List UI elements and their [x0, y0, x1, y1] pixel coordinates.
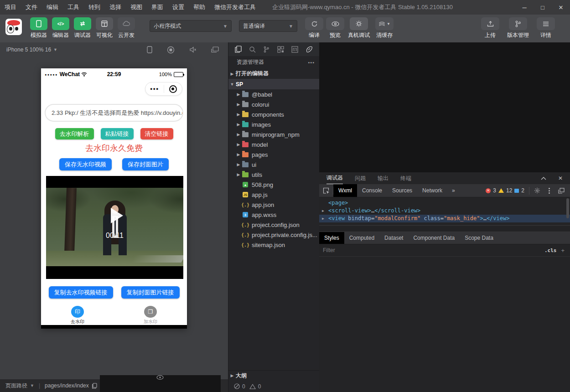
close-icon[interactable]: ✕ — [552, 0, 570, 15]
folder-row[interactable]: ▶ @babel — [228, 89, 319, 99]
file-row[interactable]: {.} project.private.config.js... — [228, 230, 319, 240]
files-icon[interactable] — [235, 46, 242, 53]
tab-component-data[interactable]: Component Data — [408, 232, 460, 244]
settings-gear-icon[interactable] — [534, 187, 540, 194]
tab-terminal[interactable]: 终端 — [400, 172, 411, 184]
inspect-element-icon[interactable] — [319, 187, 333, 194]
error-badge-icon[interactable]: ✕ — [486, 188, 491, 193]
kebab-menu-icon[interactable] — [549, 190, 550, 191]
chevron-down-icon[interactable]: ▼ — [30, 383, 34, 388]
message-badge-icon[interactable] — [514, 189, 519, 193]
outline-section[interactable]: ▶ 大纲 — [228, 370, 319, 381]
more-menu-icon[interactable]: ●●● — [145, 87, 164, 91]
menu-file[interactable]: 文件 — [21, 0, 42, 15]
new-style-rule-button[interactable]: + — [561, 247, 565, 254]
file-row[interactable]: JS app.js — [228, 190, 319, 200]
minimize-icon[interactable]: ─ — [515, 0, 534, 15]
wxml-node-view-selected[interactable]: ▶ <view bindtap="modalConfirm" class="ma… — [319, 215, 570, 222]
menu-tools[interactable]: 工具 — [63, 0, 84, 15]
eye-icon[interactable] — [156, 375, 164, 380]
link-input[interactable]: 2.33 Pkp:/ 生活不是选择而是热爱 https://v.douyin.c — [45, 104, 183, 122]
search-icon[interactable] — [249, 46, 256, 53]
project-root-row[interactable]: ▼ SP — [228, 79, 319, 89]
problems-bar[interactable]: 0 0 — [228, 381, 319, 392]
more-tabs-icon[interactable]: » — [447, 187, 460, 194]
tab-network[interactable]: Network — [417, 184, 447, 197]
simulator-toggle-button[interactable]: 模拟器 — [28, 17, 49, 39]
copy-cover-link-button[interactable]: 复制封面图片链接 — [121, 286, 180, 299]
tab-scope-data[interactable]: Scope Data — [460, 232, 498, 244]
folder-row[interactable]: ▶ pages — [228, 150, 319, 160]
more-icon[interactable]: ··· — [157, 390, 163, 392]
upload-button[interactable]: 上传 — [480, 17, 501, 39]
page-path-label[interactable]: 页面路径 — [5, 382, 27, 390]
tab-computed[interactable]: Computed — [344, 232, 379, 244]
menu-help[interactable]: 帮助 — [189, 0, 210, 15]
menu-interface[interactable]: 界面 — [147, 0, 168, 15]
tab-add-watermark[interactable]: ❐ 加水印 — [114, 306, 187, 325]
tab-sources[interactable]: Sources — [387, 184, 417, 197]
menu-devtools[interactable]: 微信开发者工具 — [210, 0, 260, 15]
record-icon[interactable] — [167, 46, 175, 54]
tab-debugger[interactable]: 调试器 — [326, 172, 343, 184]
toggle-class-button[interactable]: .cls — [544, 248, 557, 253]
expand-icon[interactable]: ▶ — [322, 207, 324, 215]
tab-problems[interactable]: 问题 — [355, 172, 366, 184]
rotate-device-icon[interactable] — [147, 46, 152, 53]
menu-goto[interactable]: 转到 — [84, 0, 105, 15]
menu-select[interactable]: 选择 — [105, 0, 126, 15]
save-cover-button[interactable]: 保存封面图片 — [122, 158, 169, 170]
close-panel-icon[interactable]: ✕ — [558, 175, 563, 181]
play-icon[interactable] — [111, 208, 123, 223]
preview-button[interactable]: 预览 — [325, 17, 346, 39]
wxml-node-page[interactable]: <page> — [319, 199, 570, 207]
copy-icon[interactable] — [92, 383, 97, 389]
menu-project[interactable]: 项目 — [0, 0, 21, 15]
editor-toggle-button[interactable]: </> 编辑器 — [50, 17, 71, 39]
expand-icon[interactable]: ▶ — [322, 215, 324, 222]
cloud-dev-button[interactable]: 云开发 — [116, 17, 137, 39]
tab-remove-watermark[interactable]: 印 去水印 — [41, 306, 114, 325]
appearance-icon[interactable] — [306, 46, 313, 53]
chevron-down-icon[interactable]: ▼ — [53, 47, 57, 52]
folder-row[interactable]: ▶ miniprogram_npm — [228, 129, 319, 139]
close-miniprogram-icon[interactable] — [164, 85, 182, 93]
clear-link-button[interactable]: 清空链接 — [140, 128, 173, 139]
extensions-icon[interactable] — [277, 46, 284, 53]
file-row[interactable]: {.} project.config.json — [228, 220, 319, 230]
compile-button[interactable]: 编译 — [304, 17, 325, 39]
undock-icon[interactable] — [558, 188, 565, 194]
menu-view[interactable]: 视图 — [126, 0, 147, 15]
tab-dataset[interactable]: Dataset — [379, 232, 408, 244]
scrollbar-thumb[interactable] — [566, 198, 569, 218]
clear-cache-button[interactable]: ▼ 清缓存 — [372, 17, 397, 39]
folder-row[interactable]: ▶ ui — [228, 160, 319, 170]
version-control-button[interactable]: 版本管理 — [504, 17, 532, 39]
open-editors-section[interactable]: ▶ 打开的编辑器 — [228, 68, 319, 79]
folder-row[interactable]: ▶ utils — [228, 170, 319, 180]
visualization-button[interactable]: 可视化 — [94, 17, 115, 39]
source-control-icon[interactable] — [263, 46, 269, 53]
user-avatar[interactable] — [5, 19, 22, 35]
copy-video-link-button[interactable]: 复制去水印视频链接 — [49, 286, 113, 299]
style-filter-input[interactable] — [323, 247, 541, 253]
multi-window-icon[interactable] — [211, 46, 219, 53]
npm-icon[interactable] — [291, 46, 298, 53]
device-selector[interactable]: iPhone 5 100% 16 — [6, 46, 51, 53]
tab-wxml[interactable]: Wxml — [333, 184, 357, 197]
file-row[interactable]: {.} sitemap.json — [228, 240, 319, 250]
folder-row[interactable]: ▶ images — [228, 119, 319, 129]
file-row[interactable]: {.} app.json — [228, 200, 319, 210]
tab-styles[interactable]: Styles — [319, 232, 344, 244]
remote-debug-button[interactable]: 真机调试 — [346, 17, 372, 39]
menu-settings[interactable]: 设置 — [168, 0, 189, 15]
maximize-icon[interactable]: □ — [534, 0, 552, 15]
warning-badge-icon[interactable] — [498, 188, 504, 193]
details-button[interactable]: 详情 — [535, 17, 556, 39]
folder-row[interactable]: ▶ colorui — [228, 99, 319, 109]
tab-output[interactable]: 输出 — [378, 172, 389, 184]
collapse-panel-icon[interactable] — [541, 177, 546, 180]
parse-watermark-button[interactable]: 去水印解析 — [55, 128, 94, 139]
folder-row[interactable]: ▶ components — [228, 109, 319, 119]
video-player[interactable]: 00:11 — [46, 176, 183, 279]
